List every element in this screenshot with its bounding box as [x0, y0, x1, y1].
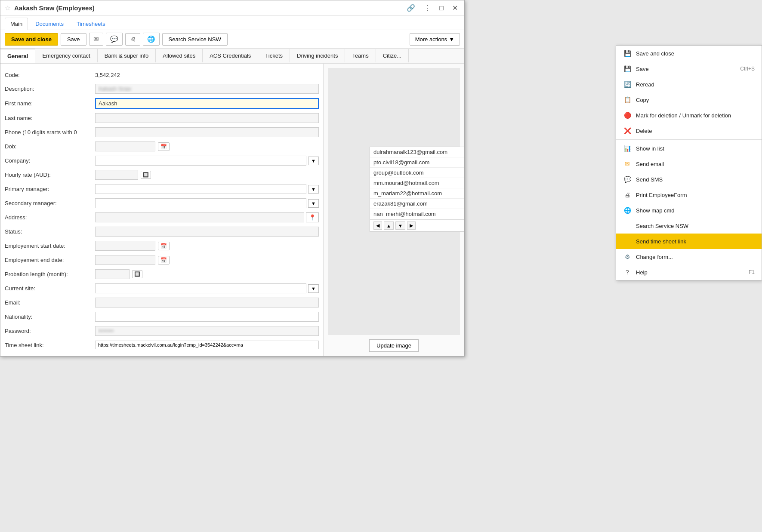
favorite-star-icon[interactable]: ☆ — [5, 4, 11, 12]
field-emp-start: Employement start date: 📅 — [0, 239, 323, 253]
menu-item-send-timesheet[interactable]: Send time sheet link — [616, 234, 762, 249]
menu-item-print-employee[interactable]: 🖨Print EmployeeForm — [616, 187, 762, 203]
menu-item-send-email[interactable]: ✉Send email — [616, 156, 762, 172]
secondary-mgr-dropdown-btn[interactable]: ▼ — [308, 199, 319, 208]
toolbar: Save and close Save ✉ 💬 🖨 🌐 Search Servi… — [0, 30, 464, 49]
menu-item-delete[interactable]: ❌Delete — [616, 123, 762, 138]
hourly-unit-btn[interactable]: 🔲 — [141, 171, 151, 179]
emp-start-input[interactable] — [95, 241, 155, 251]
code-label: Code: — [5, 72, 95, 78]
scroll-up-btn[interactable]: ▲ — [384, 221, 394, 230]
address-label: Address: — [5, 214, 95, 221]
address-input[interactable] — [95, 212, 304, 222]
password-label: Password: — [5, 328, 95, 334]
emp-end-input[interactable] — [95, 255, 155, 265]
menu-item-send-sms[interactable]: 💬Send SMS — [616, 172, 762, 187]
probation-input[interactable] — [95, 269, 130, 279]
field-phone: Phone (10 digits srarts with 0 — [0, 125, 323, 139]
email-input[interactable] — [95, 298, 319, 308]
scroll-down-btn[interactable]: ▼ — [395, 221, 405, 230]
secondary-mgr-label: Secondary manager: — [5, 200, 95, 206]
email-list-item: dulrahmanalk123@gmail.com — [370, 147, 464, 157]
menu-item-show-list[interactable]: 📊Show in list — [616, 141, 762, 156]
save-label: Save — [636, 66, 649, 72]
mark-delete-label: Mark for deletion / Unmark for deletion — [636, 112, 731, 119]
tab-documents[interactable]: Documents — [30, 18, 69, 30]
email-label: Email: — [5, 299, 95, 306]
status-input[interactable] — [95, 227, 319, 237]
save-close-button[interactable]: Save and close — [5, 33, 58, 46]
print-button[interactable]: 🖨 — [125, 33, 140, 46]
main-tabs: Main Documents Timesheets — [0, 16, 464, 30]
subtab-general[interactable]: General — [0, 49, 35, 63]
subtab-citizen[interactable]: Citize... — [376, 49, 409, 62]
menu-item-save[interactable]: 💾SaveCtrl+S — [616, 61, 762, 77]
current-site-dropdown-btn[interactable]: ▼ — [308, 284, 319, 293]
menu-item-search-nsw[interactable]: Search Service NSW — [616, 218, 762, 234]
menu-item-help[interactable]: ?HelpF1 — [616, 264, 762, 280]
sms-button[interactable]: 💬 — [106, 33, 123, 46]
search-nsw-button[interactable]: Search Service NSW — [162, 33, 228, 46]
field-primary-mgr: Primary manager: ▼ — [0, 182, 323, 196]
nationality-input[interactable] — [95, 312, 319, 322]
subtab-teams[interactable]: Teams — [345, 49, 376, 62]
print-employee-icon: 🖨 — [623, 191, 632, 199]
description-input[interactable] — [95, 84, 319, 94]
close-button[interactable]: ✕ — [450, 3, 460, 13]
lastname-input[interactable] — [95, 113, 319, 123]
content-area: Code: 3,542,242 Description: First name: — [0, 64, 464, 356]
map-pin-button[interactable]: 📍 — [306, 212, 319, 222]
tab-main[interactable]: Main — [5, 18, 28, 30]
company-dropdown-btn[interactable]: ▼ — [308, 157, 319, 165]
subtab-emergency[interactable]: Emergency contact — [35, 49, 97, 62]
maximize-button[interactable]: □ — [437, 3, 446, 13]
scroll-left-btn[interactable]: ◀ — [373, 221, 382, 230]
bg-search-button[interactable]: 🔍 Q ▼ — [675, 21, 704, 32]
menu-item-mark-delete[interactable]: 🔴Mark for deletion / Unmark for deletion — [616, 108, 762, 123]
show-list-icon: 📊 — [623, 144, 632, 153]
subtab-allowed-sites[interactable]: Allowed sites — [156, 49, 203, 62]
image-panel: dulrahmanalk123@gmail.compto.civil18@gma… — [323, 64, 464, 356]
phone-input[interactable] — [95, 127, 319, 137]
subtab-acs[interactable]: ACS Credentials — [203, 49, 258, 62]
primary-mgr-dropdown-btn[interactable]: ▼ — [308, 185, 319, 194]
secondary-mgr-input[interactable] — [95, 198, 306, 208]
menu-item-reread[interactable]: 🔄Reread — [616, 77, 762, 92]
form-panel: Code: 3,542,242 Description: First name: — [0, 64, 323, 356]
globe-button[interactable]: 🌐 — [143, 33, 160, 46]
email-list-item: nan_merhi@hotmail.com — [370, 209, 464, 219]
more-actions-button[interactable]: More actions ▼ — [410, 33, 460, 46]
probation-unit-btn[interactable]: 🔲 — [132, 270, 142, 278]
email-button[interactable]: ✉ — [89, 33, 103, 46]
firstname-input[interactable] — [95, 98, 319, 109]
link-icon-button[interactable]: 🔗 — [404, 3, 417, 13]
menu-item-copy[interactable]: 📋Copy — [616, 92, 762, 108]
password-input[interactable] — [95, 326, 319, 336]
primary-mgr-input[interactable] — [95, 184, 306, 194]
menu-item-change-form[interactable]: ⚙Change form... — [616, 249, 762, 264]
show-map-icon: 🌐 — [623, 206, 632, 215]
menu-item-save-and-close[interactable]: 💾Save and close — [616, 46, 762, 61]
probation-label: Probation length (month): — [5, 271, 95, 277]
update-image-button[interactable]: Update image — [369, 339, 419, 352]
subtab-bank[interactable]: Bank & super info — [98, 49, 156, 62]
subtab-tickets[interactable]: Tickets — [258, 49, 290, 62]
scroll-right-btn[interactable]: ▶ — [407, 221, 416, 230]
hourly-input[interactable] — [95, 170, 138, 180]
timesheet-input[interactable] — [95, 341, 319, 349]
current-site-input[interactable] — [95, 283, 306, 293]
emp-start-label: Employement start date: — [5, 243, 95, 249]
dob-calendar-icon[interactable]: 📅 — [158, 142, 170, 151]
menu-dots-button[interactable]: ⋮ — [422, 3, 433, 13]
current-site-label: Current site: — [5, 285, 95, 292]
field-status: Status: — [0, 224, 323, 239]
dob-input[interactable] — [95, 141, 155, 151]
menu-item-show-map[interactable]: 🌐Show map cmd — [616, 203, 762, 218]
subtab-driving[interactable]: Driving incidents — [290, 49, 345, 62]
company-input[interactable] — [95, 156, 306, 166]
emp-end-calendar-icon[interactable]: 📅 — [158, 256, 170, 264]
save-button[interactable]: Save — [61, 33, 86, 46]
tab-timesheets[interactable]: Timesheets — [71, 18, 111, 30]
bg-more-actions-button[interactable]: More actions ▼ — [707, 20, 757, 33]
emp-start-calendar-icon[interactable]: 📅 — [158, 242, 170, 250]
